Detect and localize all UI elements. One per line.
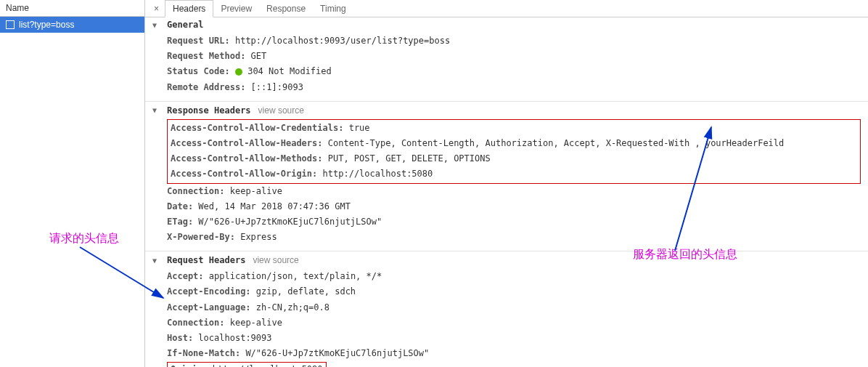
accept-label: Accept: <box>167 271 204 281</box>
section-label: Request Headers <box>167 255 245 265</box>
acao-value: http://localhost:5080 <box>323 169 433 179</box>
section-label: General <box>167 20 204 30</box>
response-headers-section[interactable]: ▼ Response Headers view source <box>145 103 868 118</box>
remote-address-value: [::1]:9093 <box>251 82 303 92</box>
sidebar-header: Name <box>0 0 144 17</box>
acam-value: PUT, POST, GET, DELETE, OPTIONS <box>328 153 491 164</box>
xpb-value: Express <box>240 232 277 242</box>
date-value: Wed, 14 Mar 2018 07:47:36 GMT <box>198 201 351 211</box>
request-name: list?type=boss <box>19 20 74 30</box>
headers-content: ▼ General Request URL: http://localhost:… <box>145 17 868 367</box>
conn-value: keep-alive <box>230 186 282 196</box>
host-value: localhost:9093 <box>198 333 271 343</box>
etag-label: ETag: <box>167 217 193 227</box>
accept-value: application/json, text/plain, */* <box>209 271 382 281</box>
tab-timing[interactable]: Timing <box>313 1 353 17</box>
inm-label: If-None-Match: <box>167 348 240 358</box>
inm-value: W/"626-U+Jp7ztKmoKEjuC7l6njutjLSOw" <box>245 348 429 358</box>
acah-value: Content-Type, Content-Length, Authorizat… <box>328 138 785 148</box>
annotation-response-headers: 服务器返回的头信息 <box>633 247 737 262</box>
request-method-value: GET <box>251 51 267 61</box>
file-icon <box>6 20 15 29</box>
tab-preview[interactable]: Preview <box>213 1 259 17</box>
request-headers-section[interactable]: ▼ Request Headers view source <box>145 253 868 267</box>
caret-down-icon: ▼ <box>152 21 160 29</box>
tab-bar: × Headers Preview Response Timing <box>145 0 868 17</box>
status-dot-icon <box>235 68 242 76</box>
view-source-link[interactable]: view source <box>258 105 304 116</box>
acah-label: Access-Control-Allow-Headers: <box>171 138 323 148</box>
date-label: Date: <box>167 201 193 211</box>
status-code-label: Status Code: <box>167 66 230 76</box>
ae-value: gzip, deflate, sdch <box>256 286 356 297</box>
acac-label: Access-Control-Allow-Credentials: <box>171 123 343 133</box>
acam-label: Access-Control-Allow-Methods: <box>171 153 323 164</box>
req-conn-label: Connection: <box>167 318 224 328</box>
origin-label: Origin: <box>171 364 208 367</box>
ae-label: Accept-Encoding: <box>167 286 251 297</box>
remote-address-label: Remote Address: <box>167 82 245 92</box>
general-section[interactable]: ▼ General <box>145 17 868 32</box>
highlight-box-origin: Origin: http://localhost:5080 <box>167 362 327 367</box>
caret-down-icon: ▼ <box>152 257 160 265</box>
origin-value: http://localhost:5080 <box>213 364 323 367</box>
details-panel: × Headers Preview Response Timing ▼ Gene… <box>145 0 868 367</box>
acac-value: true <box>349 123 370 133</box>
tab-headers[interactable]: Headers <box>165 0 213 17</box>
xpb-label: X-Powered-By: <box>167 232 235 242</box>
requests-sidebar: Name list?type=boss <box>0 0 145 367</box>
request-list-item[interactable]: list?type=boss <box>0 17 144 33</box>
request-url-value: http://localhost:9093/user/list?type=bos… <box>235 36 450 46</box>
acao-label: Access-Control-Allow-Origin: <box>171 169 317 179</box>
view-source-link[interactable]: view source <box>253 255 298 265</box>
caret-down-icon: ▼ <box>152 106 160 114</box>
highlight-box-response: Access-Control-Allow-Credentials: true A… <box>167 119 861 184</box>
section-label: Response Headers <box>167 105 251 116</box>
tab-response[interactable]: Response <box>259 1 313 17</box>
close-icon[interactable]: × <box>148 1 165 17</box>
status-code-value: 304 Not Modified <box>247 66 332 76</box>
req-conn-value: keep-alive <box>230 318 282 328</box>
al-value: zh-CN,zh;q=0.8 <box>256 302 329 312</box>
annotation-request-headers: 请求的头信息 <box>49 231 119 246</box>
host-label: Host: <box>167 333 193 343</box>
etag-value: W/"626-U+Jp7ztKmoKEjuC7l6njutjLSOw" <box>198 217 382 227</box>
request-url-label: Request URL: <box>167 36 230 46</box>
al-label: Accept-Language: <box>167 302 251 312</box>
conn-label: Connection: <box>167 186 224 196</box>
request-method-label: Request Method: <box>167 51 245 61</box>
